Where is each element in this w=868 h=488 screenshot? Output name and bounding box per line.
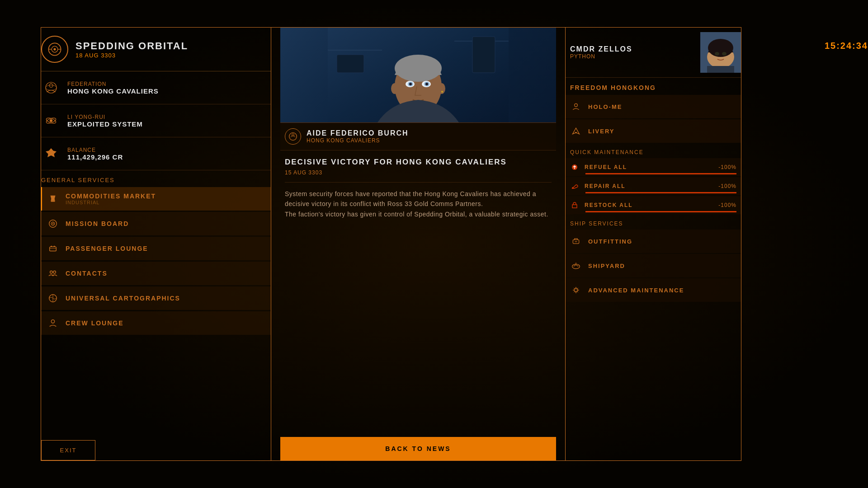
svg-rect-29 (472, 37, 495, 73)
commander-bar: CMDR ZELLOS PYTHON (566, 28, 741, 78)
station-name: SPEDDING ORBITAL (75, 40, 188, 52)
cartographics-label: UNIVERSAL CARTOGRAPHICS (66, 295, 180, 302)
advanced-maintenance-icon (570, 284, 582, 296)
exit-button[interactable]: EXIT (41, 440, 95, 460)
commodities-label: COMMODITIES MARKET (66, 192, 156, 200)
svg-point-39 (425, 83, 428, 85)
svg-rect-28 (337, 55, 364, 73)
faction-title: FREEDOM HONGKONG (566, 78, 741, 95)
ship-service-outfitting[interactable]: OUTFITTING (566, 230, 741, 253)
federation-row: FEDERATION HONG KONG CAVALIERS (41, 71, 271, 104)
svg-rect-15 (50, 247, 57, 251)
shipyard-icon (570, 260, 582, 272)
svg-point-38 (409, 83, 412, 85)
news-content: DECISIVE VICTORY FOR HONG KONG CAVALIERS… (280, 150, 556, 301)
livery-label: LIVERY (588, 128, 614, 135)
avatar-portrait (700, 32, 741, 73)
commander-avatar (700, 32, 741, 73)
svg-rect-56 (572, 205, 577, 208)
svg-point-20 (53, 271, 56, 274)
refuel-bar (585, 173, 736, 174)
holo-me-label: HOLO-ME (588, 103, 622, 110)
refuel-percent: -100% (718, 164, 736, 170)
svg-point-52 (575, 132, 576, 133)
svg-point-19 (50, 271, 53, 274)
svg-point-55 (572, 187, 574, 189)
restock-label: RESTOCK ALL (585, 202, 713, 208)
svg-point-6 (49, 84, 53, 87)
maintenance-refuel[interactable]: REFUEL ALL -100% (566, 158, 741, 176)
svg-line-66 (574, 288, 575, 289)
svg-line-69 (574, 291, 575, 292)
maintenance-repair[interactable]: REPAIR ALL -100% (566, 177, 741, 195)
commander-name: CMDR ZELLOS (570, 45, 632, 53)
commodities-sub: Industrial (66, 200, 156, 205)
quick-maintenance-header: QUICK MAINTENANCE (566, 144, 741, 158)
svg-line-67 (577, 291, 578, 292)
menu-item-cartographics[interactable]: UNIVERSAL CARTOGRAPHICS (41, 286, 271, 310)
svg-point-40 (391, 83, 398, 94)
right-menu-holo-me[interactable]: HOLO-ME (566, 95, 741, 118)
svg-point-51 (575, 103, 578, 107)
restock-icon (570, 201, 579, 210)
ship-service-shipyard[interactable]: SHIPYARD (566, 254, 741, 277)
contacts-icon (47, 267, 59, 280)
menu-item-passenger[interactable]: PASSENGER LOUNGE (41, 237, 271, 260)
cartographics-icon (47, 292, 59, 305)
refuel-icon (570, 163, 579, 172)
portrait-figure (280, 28, 556, 122)
news-date: 15 AUG 3303 (285, 169, 552, 176)
aide-name: AIDE FEDERICO BURCH (307, 129, 409, 137)
federation-label: FEDERATION (67, 81, 159, 87)
right-menu-livery[interactable]: LIVERY (566, 119, 741, 143)
crew-label: CREW LOUNGE (66, 319, 124, 327)
aide-icon (285, 128, 301, 145)
passenger-label: PASSENGER LOUNGE (66, 245, 148, 252)
system-value: EXPLOITED SYSTEM (67, 120, 143, 128)
balance-row: BALANCE 111,429,296 CR (41, 137, 271, 170)
character-portrait (280, 28, 556, 122)
menu-item-commodities[interactable]: COMMODITIES MARKET Industrial (41, 187, 271, 211)
center-panel: AIDE FEDERICO BURCH HONG KONG CAVALIERS … (271, 27, 565, 461)
shipyard-label: SHIPYARD (588, 263, 625, 269)
back-to-news-button[interactable]: BACK TO NEWS (280, 437, 556, 460)
station-date: 18 AUG 3303 (75, 52, 271, 59)
restock-percent: -100% (718, 202, 736, 208)
balance-value: 111,429,296 CR (67, 153, 123, 161)
federation-value: HONG KONG CAVALIERS (67, 87, 159, 95)
system-info: LI YONG-RUI EXPLOITED SYSTEM (67, 114, 143, 128)
menu-item-contacts[interactable]: CONTACTS (41, 262, 271, 285)
svg-point-14 (52, 223, 54, 225)
repair-icon (570, 182, 579, 191)
station-icon (41, 36, 68, 63)
restock-bar-container (585, 211, 736, 212)
system-row: LI YONG-RUI EXPLOITED SYSTEM (41, 104, 271, 137)
svg-point-23 (51, 320, 54, 323)
system-label: LI YONG-RUI (67, 114, 143, 120)
svg-point-42 (441, 91, 443, 93)
ship-service-advanced-maintenance[interactable]: ADVANCED MAINTENANCE (566, 278, 741, 302)
repair-label: REPAIR ALL (585, 183, 713, 189)
svg-point-48 (715, 52, 719, 56)
outfitting-label: OUTFITTING (588, 238, 632, 245)
mission-icon (47, 217, 59, 230)
refuel-bar-container (585, 173, 736, 174)
crew-icon (47, 317, 59, 329)
aide-faction: HONG KONG CAVALIERS (307, 137, 409, 144)
repair-bar-container (585, 192, 736, 193)
mission-text: MISSION BOARD (66, 220, 129, 227)
news-divider (285, 182, 552, 183)
svg-point-49 (722, 52, 726, 56)
system-icon (41, 111, 61, 131)
maintenance-restock[interactable]: RESTOCK ALL -100% (566, 196, 741, 214)
cartographics-text: UNIVERSAL CARTOGRAPHICS (66, 295, 180, 302)
menu-item-mission[interactable]: MISSION BOARD (41, 212, 271, 235)
commodities-text: COMMODITIES MARKET Industrial (66, 192, 156, 205)
ship-services-header: SHIP SERVICES (566, 215, 741, 230)
commander-info: CMDR ZELLOS PYTHON (570, 45, 632, 60)
balance-info: BALANCE 111,429,296 CR (67, 147, 123, 161)
svg-point-2 (53, 48, 56, 50)
station-name-group: SPEDDING ORBITAL 15:24:34 18 AUG 3303 (75, 40, 271, 59)
contacts-label: CONTACTS (66, 270, 108, 277)
menu-item-crew[interactable]: CREW LOUNGE (41, 311, 271, 335)
